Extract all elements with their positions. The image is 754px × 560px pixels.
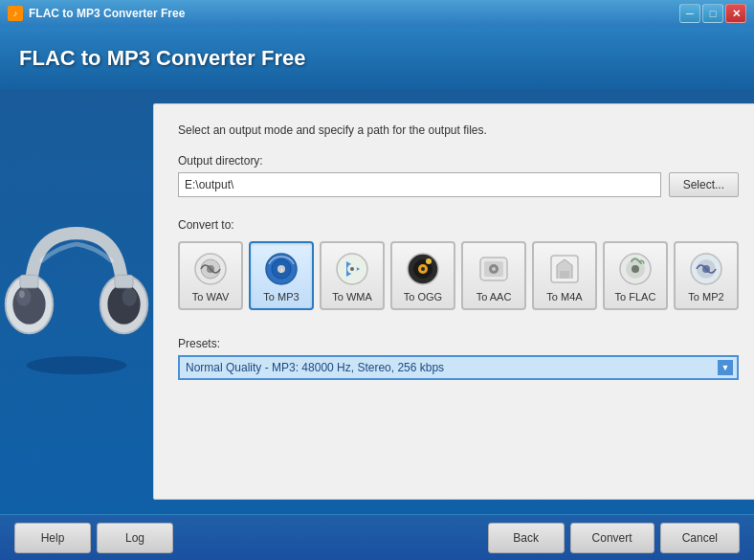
ogg-label: To OGG xyxy=(404,291,442,302)
output-dir-row: Select... xyxy=(178,172,739,197)
presets-select[interactable]: Normal Quality - MP3: 48000 Hz, Stereo, … xyxy=(178,355,739,380)
bottom-left-buttons: Help Log xyxy=(14,523,173,553)
mp2-label: To MP2 xyxy=(688,291,723,302)
window-controls: ─ □ ✕ xyxy=(679,4,746,23)
minimize-button[interactable]: ─ xyxy=(679,4,700,23)
svg-text:♪: ♪ xyxy=(279,266,283,275)
m4a-label: To M4A xyxy=(546,291,582,302)
svg-point-2 xyxy=(16,288,31,306)
title-bar: ♪ FLAC to MP3 Converter Free ─ □ ✕ xyxy=(0,0,754,27)
aac-icon xyxy=(476,251,512,287)
bottom-bar: Help Log Back Convert Cancel xyxy=(0,514,754,560)
app-header: FLAC to MP3 Converter Free xyxy=(0,27,754,89)
flac-label: To FLAC xyxy=(615,291,656,302)
maximize-button[interactable]: □ xyxy=(702,4,723,23)
close-button[interactable]: ✕ xyxy=(725,4,746,23)
format-m4a-button[interactable]: To M4A xyxy=(532,241,597,310)
wma-label: To WMA xyxy=(332,291,372,302)
cancel-button[interactable]: Cancel xyxy=(660,523,740,553)
flac-icon xyxy=(617,251,654,287)
sidebar-graphic xyxy=(0,89,153,514)
app-icon: ♪ xyxy=(8,6,23,21)
select-directory-button[interactable]: Select... xyxy=(669,172,739,197)
svg-point-34 xyxy=(632,265,639,273)
ogg-icon xyxy=(405,251,441,287)
svg-point-9 xyxy=(27,356,127,374)
bottom-right-buttons: Back Convert Cancel xyxy=(488,523,740,553)
content-panel: Select an output mode and specify a path… xyxy=(153,103,754,500)
format-mp2-button[interactable]: To MP2 xyxy=(674,241,739,310)
mp3-icon: ♪ xyxy=(263,251,299,287)
main-layout: Select an output mode and specify a path… xyxy=(0,89,754,514)
m4a-icon xyxy=(546,251,583,287)
app-title: FLAC to MP3 Converter Free xyxy=(19,46,306,71)
svg-point-6 xyxy=(107,284,140,325)
output-dir-input[interactable] xyxy=(178,172,661,197)
convert-to-label: Convert to: xyxy=(178,218,739,232)
mp2-icon xyxy=(688,251,724,287)
format-ogg-button[interactable]: To OGG xyxy=(390,241,455,310)
wma-icon xyxy=(334,251,370,287)
presets-wrapper: Normal Quality - MP3: 48000 Hz, Stereo, … xyxy=(178,355,739,380)
back-button[interactable]: Back xyxy=(488,523,565,553)
svg-point-7 xyxy=(122,288,137,306)
instruction-text: Select an output mode and specify a path… xyxy=(178,123,739,137)
headphones-icon xyxy=(0,206,153,397)
log-button[interactable]: Log xyxy=(97,523,173,553)
mp3-label: To MP3 xyxy=(263,291,299,302)
svg-point-20 xyxy=(350,267,354,271)
format-wma-button[interactable]: To WMA xyxy=(320,241,385,310)
window-title: FLAC to MP3 Converter Free xyxy=(29,7,679,20)
svg-rect-31 xyxy=(560,271,569,279)
svg-point-29 xyxy=(492,267,496,271)
wav-icon xyxy=(192,251,229,287)
format-mp3-button[interactable]: ♪ To MP3 xyxy=(249,241,314,310)
aac-label: To AAC xyxy=(477,291,512,302)
output-dir-label: Output directory: xyxy=(178,154,739,168)
svg-point-24 xyxy=(421,267,425,271)
format-flac-button[interactable]: To FLAC xyxy=(603,241,668,310)
format-aac-button[interactable]: To AAC xyxy=(461,241,526,310)
format-buttons-group: To WAV ♪ To MP3 xyxy=(178,241,739,310)
presets-label: Presets: xyxy=(178,337,739,350)
format-wav-button[interactable]: To WAV xyxy=(178,241,243,310)
svg-rect-8 xyxy=(115,275,133,287)
svg-rect-4 xyxy=(20,275,38,287)
convert-button[interactable]: Convert xyxy=(570,523,654,553)
wav-label: To WAV xyxy=(192,291,230,302)
help-button[interactable]: Help xyxy=(14,523,91,553)
svg-point-25 xyxy=(426,258,432,264)
svg-point-3 xyxy=(19,291,25,299)
svg-point-1 xyxy=(12,284,45,325)
